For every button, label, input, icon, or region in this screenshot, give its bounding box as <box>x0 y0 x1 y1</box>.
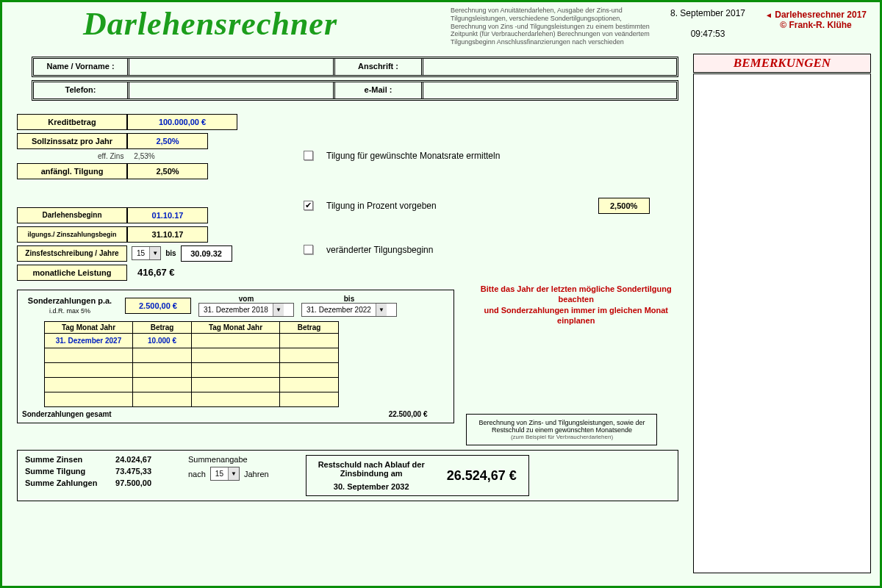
row-darlehensbeginn: Darlehensbeginn 01.10.17 <box>17 207 259 223</box>
row-zinsfest: Zinsfestschreibung / Jahre 15 ▼ bis 30.0… <box>17 245 259 262</box>
checkbox-prozent[interactable]: ✔ <box>304 201 313 210</box>
jahren-label: Jahren <box>244 470 269 478</box>
brand-block: ◄ Darlehesrechner 2017 © Frank-R. Klühe <box>759 5 872 46</box>
calc-note-sub: (zum Beispiel für Verbraucherdarlehen) <box>471 434 652 440</box>
sonder-th-date2: Tag Monat Jahr <box>192 321 280 333</box>
tilgungsbeginn-value[interactable]: 31.10.17 <box>127 226 208 243</box>
warning-line-2: und Sonderzahlungen immer im gleichen Mo… <box>466 305 686 326</box>
sonder-cell[interactable] <box>280 333 339 348</box>
sonder-bis-label: bis <box>301 295 397 303</box>
check-row-prozent: ✔ Tilgung in Prozent vorgeben 2,500% <box>304 198 686 214</box>
current-date: 8. September 2017 <box>656 8 759 18</box>
darlehensbeginn-label: Darlehensbeginn <box>17 207 127 223</box>
row-kreditbetrag: Kreditbetrag 100.000,00 € <box>17 114 259 130</box>
sonder-bis-dropdown[interactable]: 31. Dezember 2022 ▼ <box>301 303 397 317</box>
summe-tilgung-label: Summe Tilgung <box>25 467 113 476</box>
table-row[interactable] <box>45 362 339 377</box>
nach-label: nach <box>188 470 206 478</box>
app-description: Berechnung von Anuitätendarlehen, Ausgab… <box>451 5 656 46</box>
eff-zins-row: eff. Zins 2,53% <box>98 152 259 160</box>
name-label: Name / Vorname : <box>34 59 129 75</box>
sonder-label: Sonderzahlungen p.a. <box>28 296 112 305</box>
sonder-cell-amt[interactable]: 10.000 € <box>133 333 192 348</box>
sonder-th-date1: Tag Monat Jahr <box>45 321 133 333</box>
prozent-value[interactable]: 2,500% <box>598 198 650 214</box>
name-field[interactable] <box>129 59 335 75</box>
brand-line-2: © Frank-R. Klühe <box>780 20 852 30</box>
checkbox-prozent-label: Tilgung in Prozent vorgeben <box>326 201 437 211</box>
zinsfest-years-dropdown[interactable]: 15 ▼ <box>132 246 161 260</box>
address-label: Anschrift : <box>335 59 423 75</box>
kreditbetrag-value[interactable]: 100.000,00 € <box>127 114 237 130</box>
chevron-down-icon: ▼ <box>376 304 387 316</box>
info-bar-contact: Telefon: e-Mail : <box>32 80 678 101</box>
row-anf-tilgung: anfängl. Tilgung 2,50% <box>17 163 259 179</box>
restschuld-label-1: Restschuld nach Ablauf der <box>318 460 425 469</box>
brand-line-1: Darlehesrechner 2017 <box>775 10 867 20</box>
sonder-amount[interactable]: 2.500,00 € <box>125 298 191 314</box>
row-tilgungsbeginn: ilgungs./ Zinszahlungsbegin 31.10.17 <box>17 226 259 243</box>
restschuld-date: 30. September 2032 <box>318 482 425 491</box>
table-row[interactable] <box>45 392 339 406</box>
sonder-th-amt1: Betrag <box>133 321 192 333</box>
check-row-veraendert: veränderter Tilgungsbeginn <box>304 245 686 255</box>
address-field[interactable] <box>423 59 676 75</box>
summe-zinsen-value: 24.024,67 <box>115 455 151 464</box>
chevron-down-icon: ▼ <box>273 304 284 316</box>
sonder-table: Tag Monat Jahr Betrag Tag Monat Jahr Bet… <box>44 321 339 407</box>
zinsfest-label: Zinsfestschreibung / Jahre <box>17 245 127 262</box>
checkbox-veraendert[interactable] <box>304 245 313 254</box>
sollzins-value[interactable]: 2,50% <box>127 133 208 149</box>
eff-zins-value: 2,53% <box>134 152 154 160</box>
calc-note-box: Berechnung von Zins- und Tilgungsleistun… <box>466 414 657 445</box>
checkbox-monatsrate[interactable] <box>304 151 313 160</box>
row-sollzins: Sollzinssatz pro Jahr 2,50% <box>17 133 259 149</box>
jahre-value: 15 <box>211 470 228 478</box>
zinsfest-end-date: 30.09.32 <box>181 245 232 262</box>
sonder-vom-dropdown[interactable]: 31. Dezember 2018 ▼ <box>198 303 294 317</box>
calc-note-text: Berechnung von Zins- und Tilgungsleistun… <box>471 419 652 434</box>
summenangabe-label: Summenangabe <box>188 455 269 464</box>
table-row[interactable]: 31. Dezember 2027 10.000 € <box>45 333 339 348</box>
summary-col-2: Summenangabe nach 15 ▼ Jahren <box>188 455 269 496</box>
restschuld-label-2: Zinsbindung am <box>318 469 425 478</box>
sonder-total-row: Sonderzahlungen gesamt 22.500,00 € <box>22 410 449 418</box>
jahre-dropdown[interactable]: 15 ▼ <box>210 467 240 481</box>
monatlich-value: 416,67 € <box>127 265 179 281</box>
zinsfest-years-value: 15 <box>132 249 149 257</box>
chevron-down-icon: ▼ <box>149 247 160 259</box>
summary-row: Summe Zinsen 24.024,67 Summe Tilgung 73.… <box>17 450 678 501</box>
remarks-title: BEMERKUNGEN <box>693 54 871 73</box>
darlehensbeginn-value[interactable]: 01.10.17 <box>127 207 208 223</box>
email-field[interactable] <box>423 82 676 98</box>
table-row[interactable] <box>45 377 339 392</box>
zinsfest-bis-label: bis <box>165 249 176 257</box>
current-time: 09:47:53 <box>656 29 759 39</box>
checkbox-veraendert-label: veränderter Tilgungsbeginn <box>326 245 433 255</box>
row-monatlich: monatliche Leistung 416,67 € <box>17 265 259 281</box>
eff-zins-label: eff. Zins <box>98 152 123 160</box>
remarks-box[interactable] <box>693 74 871 573</box>
app-title: Darlehensrechner <box>10 5 451 46</box>
phone-label: Telefon: <box>34 82 129 98</box>
summe-zinsen-label: Summe Zinsen <box>25 455 113 464</box>
sonder-total-label: Sonderzahlungen gesamt <box>22 410 112 418</box>
sonder-th-amt2: Betrag <box>280 321 339 333</box>
sonder-vom-label: vom <box>198 295 294 303</box>
sonder-total-value: 22.500,00 € <box>389 410 428 418</box>
table-row[interactable] <box>45 348 339 362</box>
phone-field[interactable] <box>129 82 335 98</box>
restschuld-box: Restschuld nach Ablauf der Zinsbindung a… <box>306 455 529 496</box>
anf-tilgung-label: anfängl. Tilgung <box>17 163 127 179</box>
summe-zahlungen-value: 97.500,00 <box>115 478 151 487</box>
anf-tilgung-value[interactable]: 2,50% <box>127 163 208 179</box>
header: Darlehensrechner Berechnung von Anuitäte… <box>2 2 880 51</box>
tilgungsbeginn-label: ilgungs./ Zinszahlungsbegin <box>17 226 127 243</box>
caret-icon: ◄ <box>765 11 772 19</box>
info-bar-name: Name / Vorname : Anschrift : <box>32 57 678 77</box>
summary-col-1: Summe Zinsen 24.024,67 Summe Tilgung 73.… <box>25 455 151 496</box>
sonder-cell[interactable] <box>192 333 280 348</box>
warning-line-1: Bitte das Jahr der letzten mögliche Sond… <box>466 284 686 305</box>
sonder-vom-value: 31. Dezember 2018 <box>199 306 273 314</box>
sonder-cell-date[interactable]: 31. Dezember 2027 <box>45 333 133 348</box>
